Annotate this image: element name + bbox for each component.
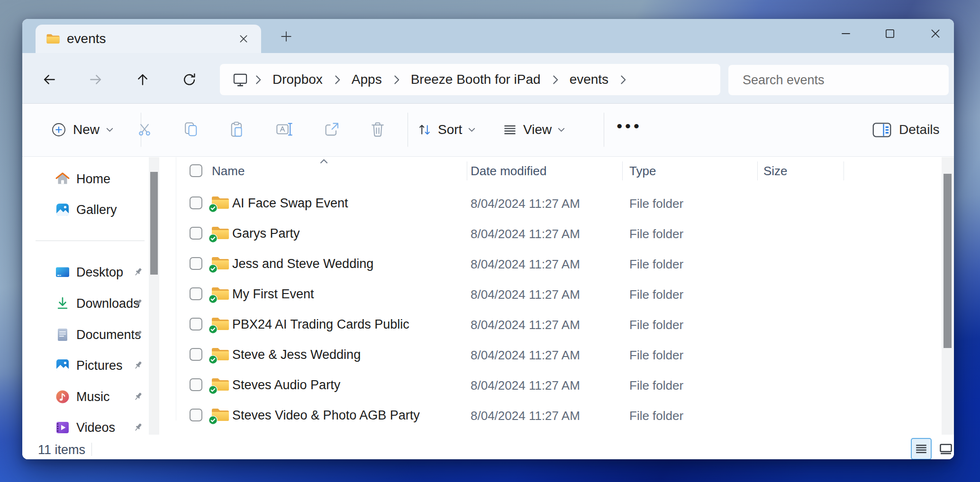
sync-ok-badge [209, 295, 218, 303]
tab-title: events [67, 31, 106, 46]
folder-icon [46, 33, 60, 45]
row-checkbox[interactable] [190, 257, 202, 270]
breadcrumb-breeze-booth[interactable]: Breeze Booth for iPad [406, 70, 545, 89]
sidebar-item-label: Home [76, 172, 110, 187]
sync-ok-badge [209, 416, 218, 425]
sort-button[interactable]: Sort [411, 115, 482, 145]
file-type: File folder [629, 287, 683, 302]
select-all-checkbox[interactable] [190, 164, 202, 177]
new-button[interactable]: New [43, 115, 122, 145]
chevron-right-icon[interactable] [620, 75, 626, 84]
sort-button-label: Sort [438, 122, 462, 137]
file-type: File folder [629, 378, 683, 393]
view-button[interactable]: View [496, 115, 572, 145]
tab-events[interactable]: events [36, 25, 261, 53]
status-bar: 11 items [22, 439, 954, 459]
thumbnail-view-toggle[interactable] [935, 438, 954, 459]
column-divider[interactable] [757, 161, 758, 180]
column-divider[interactable] [467, 161, 467, 180]
table-row[interactable]: Steves Audio Party 8/04/2024 11:27 AM Fi… [22, 370, 942, 400]
table-row[interactable]: Steves Video & Photo AGB Party 8/04/2024… [22, 400, 942, 430]
minimize-button[interactable] [831, 19, 861, 48]
file-name: My First Event [232, 287, 314, 302]
folder-sync-ok-icon [211, 376, 230, 393]
rename-button[interactable] [271, 116, 298, 143]
status-divider [91, 443, 92, 456]
chevron-right-icon[interactable] [255, 75, 261, 84]
command-toolbar [22, 103, 954, 156]
row-checkbox[interactable] [190, 287, 202, 300]
forward-button[interactable] [82, 66, 109, 93]
row-checkbox[interactable] [190, 318, 202, 330]
file-type: File folder [629, 196, 683, 211]
tab-close-icon[interactable] [236, 31, 252, 46]
file-name: Steves Audio Party [232, 378, 340, 393]
this-pc-icon[interactable] [232, 71, 248, 88]
back-button[interactable] [36, 66, 63, 93]
sort-icon [417, 123, 432, 137]
paste-button[interactable] [223, 116, 251, 143]
file-name: AI Face Swap Event [232, 196, 348, 211]
rename-icon [275, 121, 293, 138]
row-checkbox[interactable] [190, 227, 202, 240]
table-row[interactable]: Jess and Steve Wedding 8/04/2024 11:27 A… [22, 249, 942, 279]
details-pane-button[interactable]: Details [867, 115, 945, 145]
table-row[interactable]: PBX24 AI Trading Cards Public 8/04/2024 … [22, 309, 942, 339]
details-button-label: Details [899, 122, 940, 137]
file-type: File folder [629, 227, 683, 241]
list-scrollbar-thumb[interactable] [944, 174, 952, 348]
column-divider[interactable] [622, 161, 623, 180]
row-checkbox[interactable] [190, 378, 202, 391]
new-button-label: New [73, 122, 100, 137]
column-header-name[interactable]: Name [212, 161, 245, 181]
file-list: AI Face Swap Event 8/04/2024 11:27 AM Fi… [22, 188, 942, 430]
chevron-right-icon[interactable] [552, 75, 558, 84]
breadcrumb-events[interactable]: events [565, 70, 614, 89]
chevron-right-icon[interactable] [334, 75, 340, 84]
view-icon [503, 123, 517, 137]
file-date-modified: 8/04/2024 11:27 AM [471, 227, 580, 241]
column-header-size[interactable]: Size [763, 161, 788, 181]
folder-sync-ok-icon [211, 195, 230, 211]
share-button[interactable] [318, 116, 345, 143]
table-row[interactable]: My First Event 8/04/2024 11:27 AM File f… [22, 279, 942, 309]
folder-sync-ok-icon [211, 346, 230, 362]
row-checkbox[interactable] [190, 348, 202, 361]
breadcrumb: Dropbox Apps Breeze Booth for iPad event… [220, 64, 720, 95]
sync-ok-badge [209, 204, 218, 213]
maximize-button[interactable] [875, 19, 905, 48]
cut-button[interactable] [131, 116, 158, 143]
table-row[interactable]: AI Face Swap Event 8/04/2024 11:27 AM Fi… [22, 188, 942, 218]
table-row[interactable]: Steve & Jess Wedding 8/04/2024 11:27 AM … [22, 339, 942, 370]
delete-button[interactable] [364, 116, 391, 143]
details-view-icon [915, 442, 928, 455]
more-options-button[interactable]: ••• [613, 116, 646, 143]
row-checkbox[interactable] [190, 196, 202, 209]
close-button[interactable] [921, 19, 950, 48]
table-row[interactable]: Garys Party 8/04/2024 11:27 AM File fold… [22, 218, 942, 249]
details-view-toggle[interactable] [911, 438, 932, 459]
cut-icon [136, 121, 153, 138]
row-checkbox[interactable] [190, 409, 202, 421]
more-options-icon: ••• [617, 121, 642, 137]
view-button-label: View [523, 122, 552, 137]
column-header-date-modified[interactable]: Date modified [471, 161, 546, 181]
column-header-type[interactable]: Type [629, 161, 656, 181]
up-button[interactable] [129, 66, 156, 93]
new-tab-button[interactable] [277, 27, 296, 46]
sync-ok-badge [209, 234, 218, 243]
file-type: File folder [629, 318, 683, 332]
search-input[interactable]: Search events [728, 65, 949, 95]
new-plus-icon [51, 122, 66, 137]
column-divider[interactable] [844, 161, 844, 180]
file-date-modified: 8/04/2024 11:27 AM [471, 196, 580, 211]
breadcrumb-apps[interactable]: Apps [347, 70, 387, 89]
refresh-button[interactable] [176, 66, 203, 93]
chevron-right-icon[interactable] [393, 75, 399, 84]
breadcrumb-dropbox[interactable]: Dropbox [268, 70, 327, 89]
file-date-modified: 8/04/2024 11:27 AM [471, 287, 580, 302]
search-placeholder: Search events [743, 73, 825, 88]
sync-ok-badge [209, 385, 218, 394]
file-date-modified: 8/04/2024 11:27 AM [471, 378, 580, 393]
copy-button[interactable] [177, 116, 205, 143]
